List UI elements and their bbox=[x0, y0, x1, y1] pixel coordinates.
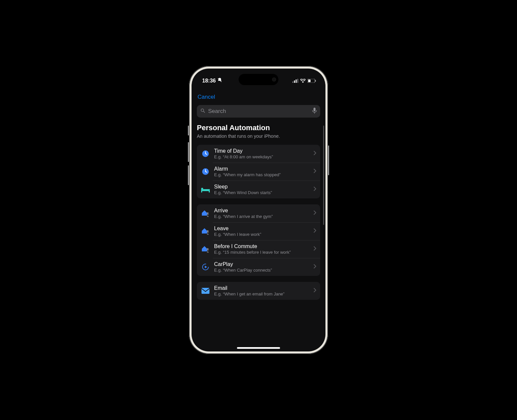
carplay-icon bbox=[201, 263, 210, 271]
phone-side-button bbox=[328, 145, 329, 175]
chevron-right-icon bbox=[314, 288, 316, 294]
trigger-row-alarm[interactable]: Alarm E.g. “When my alarm has stopped” bbox=[197, 163, 320, 181]
phone-side-button bbox=[188, 165, 189, 185]
phone-side-button bbox=[188, 126, 189, 135]
wifi-icon bbox=[300, 79, 306, 83]
row-subtitle: E.g. “At 8:00 am on weekdays” bbox=[214, 154, 310, 159]
scrollbar[interactable] bbox=[323, 126, 324, 225]
row-subtitle: E.g. “When Wind Down starts” bbox=[214, 190, 310, 195]
row-title: Leave bbox=[214, 226, 310, 232]
search-input[interactable] bbox=[207, 108, 310, 115]
trigger-row-before-i-commute[interactable]: Before I Commute E.g. “15 minutes before… bbox=[197, 240, 320, 258]
house-person-icon bbox=[201, 245, 210, 253]
svg-rect-3 bbox=[297, 79, 298, 83]
chevron-right-icon bbox=[314, 169, 316, 175]
trigger-row-carplay[interactable]: CarPlay E.g. “When CarPlay connects” bbox=[197, 258, 320, 276]
search-icon bbox=[200, 108, 205, 115]
svg-rect-0 bbox=[292, 81, 293, 83]
chevron-right-icon bbox=[314, 186, 316, 192]
chevron-right-icon bbox=[314, 228, 316, 234]
phone-side-button bbox=[188, 142, 189, 162]
house-person-icon bbox=[201, 210, 210, 217]
trigger-row-email[interactable]: Email E.g. “When I get an email from Jan… bbox=[197, 282, 320, 300]
svg-rect-16 bbox=[209, 191, 210, 192]
row-title: Email bbox=[214, 285, 310, 291]
trigger-group: Email E.g. “When I get an email from Jan… bbox=[197, 282, 320, 300]
row-title: Arrive bbox=[214, 208, 310, 214]
svg-rect-6 bbox=[315, 80, 316, 82]
row-title: Before I Commute bbox=[214, 243, 310, 249]
cell-signal-icon bbox=[292, 79, 298, 83]
page-subtitle: An automation that runs on your iPhone. bbox=[197, 133, 320, 139]
row-subtitle: E.g. “When I arrive at the gym” bbox=[214, 214, 310, 219]
row-subtitle: E.g. “When I leave work” bbox=[214, 232, 310, 237]
screen: 18:36 bbox=[192, 69, 325, 351]
home-indicator[interactable] bbox=[237, 347, 280, 349]
dynamic-island bbox=[239, 74, 278, 85]
phone-frame: 18:36 bbox=[189, 66, 328, 354]
svg-rect-14 bbox=[201, 188, 203, 189]
svg-rect-21 bbox=[201, 288, 209, 294]
svg-rect-15 bbox=[201, 191, 202, 192]
svg-point-7 bbox=[201, 109, 204, 112]
row-title: Alarm bbox=[214, 166, 310, 172]
clock-icon bbox=[201, 150, 210, 158]
row-title: Sleep bbox=[214, 184, 310, 190]
bed-icon bbox=[201, 186, 210, 192]
battery-icon bbox=[308, 79, 316, 83]
svg-point-17 bbox=[207, 212, 208, 214]
trigger-group: Time of Day E.g. “At 8:00 am on weekdays… bbox=[197, 145, 320, 198]
trigger-row-sleep[interactable]: Sleep E.g. “When Wind Down starts” bbox=[197, 181, 320, 198]
svg-rect-1 bbox=[294, 80, 295, 83]
trigger-row-leave[interactable]: Leave E.g. “When I leave work” bbox=[197, 222, 320, 240]
chevron-right-icon bbox=[314, 246, 316, 252]
svg-rect-5 bbox=[308, 79, 311, 82]
row-subtitle: E.g. “15 minutes before I leave for work… bbox=[214, 250, 310, 255]
microphone-icon[interactable] bbox=[312, 108, 317, 115]
svg-point-18 bbox=[207, 230, 208, 232]
svg-rect-9 bbox=[314, 108, 316, 111]
content-area: Cancel Personal Automation An automation… bbox=[192, 90, 325, 351]
row-subtitle: E.g. “When I get an email from Jane” bbox=[214, 291, 310, 296]
status-time: 18:36 bbox=[202, 78, 216, 84]
trigger-group: Arrive E.g. “When I arrive at the gym” L… bbox=[197, 204, 320, 276]
row-subtitle: E.g. “When CarPlay connects” bbox=[214, 268, 310, 273]
chevron-right-icon bbox=[314, 264, 316, 270]
row-title: CarPlay bbox=[214, 261, 310, 267]
chevron-right-icon bbox=[314, 210, 316, 216]
mail-icon bbox=[201, 288, 210, 294]
row-subtitle: E.g. “When my alarm has stopped” bbox=[214, 172, 310, 177]
bell-slash-icon bbox=[217, 78, 222, 84]
camera-icon bbox=[272, 78, 276, 81]
svg-point-19 bbox=[207, 248, 208, 249]
page-title: Personal Automation bbox=[197, 124, 320, 132]
svg-rect-2 bbox=[296, 79, 297, 83]
cancel-button[interactable]: Cancel bbox=[197, 92, 216, 102]
trigger-row-time-of-day[interactable]: Time of Day E.g. “At 8:00 am on weekdays… bbox=[197, 145, 320, 163]
search-field[interactable] bbox=[197, 105, 320, 118]
chevron-right-icon bbox=[314, 151, 316, 157]
row-title: Time of Day bbox=[214, 148, 310, 154]
clock-icon bbox=[201, 168, 210, 176]
trigger-row-arrive[interactable]: Arrive E.g. “When I arrive at the gym” bbox=[197, 204, 320, 222]
house-person-icon bbox=[201, 228, 210, 235]
svg-line-8 bbox=[203, 111, 205, 113]
